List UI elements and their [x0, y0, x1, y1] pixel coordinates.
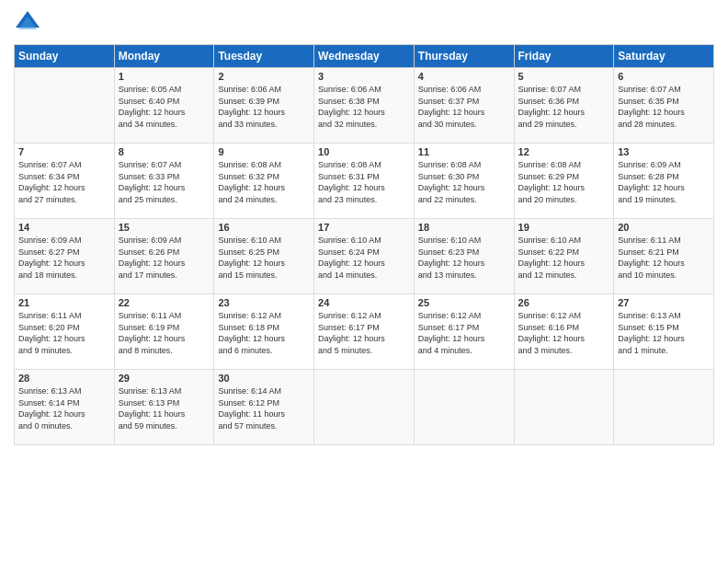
calendar-cell: 17Sunrise: 6:10 AM Sunset: 6:24 PM Dayli…: [314, 219, 415, 294]
day-info: Sunrise: 6:08 AM Sunset: 6:30 PM Dayligh…: [418, 159, 510, 205]
calendar-cell: 22Sunrise: 6:11 AM Sunset: 6:19 PM Dayli…: [114, 294, 214, 370]
day-number: 13: [618, 146, 710, 157]
day-number: 28: [18, 373, 110, 384]
calendar-header-cell: Sunday: [15, 45, 115, 68]
day-info: Sunrise: 6:10 AM Sunset: 6:22 PM Dayligh…: [518, 235, 610, 281]
day-info: Sunrise: 6:11 AM Sunset: 6:19 PM Dayligh…: [119, 310, 210, 356]
day-info: Sunrise: 6:12 AM Sunset: 6:18 PM Dayligh…: [218, 310, 310, 356]
day-info: Sunrise: 6:07 AM Sunset: 6:35 PM Dayligh…: [618, 84, 710, 130]
day-info: Sunrise: 6:06 AM Sunset: 6:38 PM Dayligh…: [318, 84, 410, 130]
day-number: 24: [318, 297, 410, 308]
day-info: Sunrise: 6:06 AM Sunset: 6:39 PM Dayligh…: [218, 84, 310, 130]
day-number: 19: [518, 222, 610, 233]
day-number: 23: [218, 297, 310, 308]
calendar-cell: 24Sunrise: 6:12 AM Sunset: 6:17 PM Dayli…: [314, 294, 415, 370]
calendar-cell: [614, 370, 714, 445]
page: SundayMondayTuesdayWednesdayThursdayFrid…: [0, 0, 728, 563]
day-number: 29: [119, 373, 210, 384]
day-info: Sunrise: 6:06 AM Sunset: 6:37 PM Dayligh…: [418, 84, 510, 130]
calendar-header-row: SundayMondayTuesdayWednesdayThursdayFrid…: [15, 45, 714, 68]
day-info: Sunrise: 6:13 AM Sunset: 6:13 PM Dayligh…: [119, 385, 210, 431]
day-number: 3: [318, 71, 410, 82]
day-number: 20: [618, 222, 710, 233]
calendar-header-cell: Saturday: [614, 45, 714, 68]
day-number: 11: [418, 146, 510, 157]
day-info: Sunrise: 6:12 AM Sunset: 6:16 PM Dayligh…: [518, 310, 610, 356]
calendar-cell: 12Sunrise: 6:08 AM Sunset: 6:29 PM Dayli…: [514, 144, 614, 219]
day-number: 16: [218, 222, 310, 233]
calendar-cell: 28Sunrise: 6:13 AM Sunset: 6:14 PM Dayli…: [15, 370, 115, 445]
day-number: 25: [418, 297, 510, 308]
day-number: 17: [318, 222, 410, 233]
day-info: Sunrise: 6:07 AM Sunset: 6:34 PM Dayligh…: [18, 159, 110, 205]
day-info: Sunrise: 6:12 AM Sunset: 6:17 PM Dayligh…: [318, 310, 410, 356]
day-info: Sunrise: 6:11 AM Sunset: 6:20 PM Dayligh…: [18, 310, 110, 356]
calendar-cell: [15, 68, 115, 144]
calendar-week-row: 28Sunrise: 6:13 AM Sunset: 6:14 PM Dayli…: [15, 370, 714, 445]
day-number: 7: [18, 146, 110, 157]
day-number: 6: [618, 71, 710, 82]
day-info: Sunrise: 6:05 AM Sunset: 6:40 PM Dayligh…: [119, 84, 210, 130]
day-number: 27: [618, 297, 710, 308]
day-info: Sunrise: 6:08 AM Sunset: 6:29 PM Dayligh…: [518, 159, 610, 205]
day-number: 12: [518, 146, 610, 157]
day-info: Sunrise: 6:11 AM Sunset: 6:21 PM Dayligh…: [618, 235, 710, 281]
day-info: Sunrise: 6:09 AM Sunset: 6:27 PM Dayligh…: [18, 235, 110, 281]
calendar-cell: 29Sunrise: 6:13 AM Sunset: 6:13 PM Dayli…: [114, 370, 214, 445]
calendar-cell: 7Sunrise: 6:07 AM Sunset: 6:34 PM Daylig…: [15, 144, 115, 219]
calendar-body: 1Sunrise: 6:05 AM Sunset: 6:40 PM Daylig…: [15, 68, 714, 445]
day-info: Sunrise: 6:08 AM Sunset: 6:32 PM Dayligh…: [218, 159, 310, 205]
day-info: Sunrise: 6:10 AM Sunset: 6:23 PM Dayligh…: [418, 235, 510, 281]
calendar-cell: 19Sunrise: 6:10 AM Sunset: 6:22 PM Dayli…: [514, 219, 614, 294]
calendar-week-row: 14Sunrise: 6:09 AM Sunset: 6:27 PM Dayli…: [15, 219, 714, 294]
calendar-cell: 8Sunrise: 6:07 AM Sunset: 6:33 PM Daylig…: [114, 144, 214, 219]
calendar-cell: 14Sunrise: 6:09 AM Sunset: 6:27 PM Dayli…: [15, 219, 115, 294]
day-number: 18: [418, 222, 510, 233]
day-number: 5: [518, 71, 610, 82]
calendar-cell: 1Sunrise: 6:05 AM Sunset: 6:40 PM Daylig…: [114, 68, 214, 144]
day-number: 30: [218, 373, 310, 384]
day-number: 4: [418, 71, 510, 82]
calendar-cell: [314, 370, 415, 445]
calendar-cell: [414, 370, 514, 445]
day-number: 15: [119, 222, 210, 233]
day-info: Sunrise: 6:12 AM Sunset: 6:17 PM Dayligh…: [418, 310, 510, 356]
calendar-cell: [514, 370, 614, 445]
day-info: Sunrise: 6:13 AM Sunset: 6:14 PM Dayligh…: [18, 385, 110, 431]
calendar-cell: 30Sunrise: 6:14 AM Sunset: 6:12 PM Dayli…: [214, 370, 314, 445]
calendar-cell: 18Sunrise: 6:10 AM Sunset: 6:23 PM Dayli…: [414, 219, 514, 294]
calendar-header-cell: Tuesday: [214, 45, 314, 68]
calendar-cell: 16Sunrise: 6:10 AM Sunset: 6:25 PM Dayli…: [214, 219, 314, 294]
day-number: 10: [318, 146, 410, 157]
calendar-cell: 9Sunrise: 6:08 AM Sunset: 6:32 PM Daylig…: [214, 144, 314, 219]
calendar-header-cell: Thursday: [414, 45, 514, 68]
day-number: 26: [518, 297, 610, 308]
calendar-cell: 25Sunrise: 6:12 AM Sunset: 6:17 PM Dayli…: [414, 294, 514, 370]
calendar-cell: 23Sunrise: 6:12 AM Sunset: 6:18 PM Dayli…: [214, 294, 314, 370]
day-info: Sunrise: 6:08 AM Sunset: 6:31 PM Dayligh…: [318, 159, 410, 205]
calendar-cell: 15Sunrise: 6:09 AM Sunset: 6:26 PM Dayli…: [114, 219, 214, 294]
day-info: Sunrise: 6:07 AM Sunset: 6:36 PM Dayligh…: [518, 84, 610, 130]
calendar-cell: 27Sunrise: 6:13 AM Sunset: 6:15 PM Dayli…: [614, 294, 714, 370]
day-info: Sunrise: 6:13 AM Sunset: 6:15 PM Dayligh…: [618, 310, 710, 356]
calendar-header-cell: Monday: [114, 45, 214, 68]
calendar-cell: 26Sunrise: 6:12 AM Sunset: 6:16 PM Dayli…: [514, 294, 614, 370]
calendar-header-cell: Wednesday: [314, 45, 415, 68]
day-info: Sunrise: 6:10 AM Sunset: 6:25 PM Dayligh…: [218, 235, 310, 281]
day-info: Sunrise: 6:10 AM Sunset: 6:24 PM Dayligh…: [318, 235, 410, 281]
calendar-cell: 13Sunrise: 6:09 AM Sunset: 6:28 PM Dayli…: [614, 144, 714, 219]
day-number: 9: [218, 146, 310, 157]
calendar-cell: 21Sunrise: 6:11 AM Sunset: 6:20 PM Dayli…: [15, 294, 115, 370]
calendar-cell: 5Sunrise: 6:07 AM Sunset: 6:36 PM Daylig…: [514, 68, 614, 144]
calendar-week-row: 7Sunrise: 6:07 AM Sunset: 6:34 PM Daylig…: [15, 144, 714, 219]
day-info: Sunrise: 6:14 AM Sunset: 6:12 PM Dayligh…: [218, 385, 310, 431]
day-number: 14: [18, 222, 110, 233]
calendar-cell: 6Sunrise: 6:07 AM Sunset: 6:35 PM Daylig…: [614, 68, 714, 144]
calendar-cell: 10Sunrise: 6:08 AM Sunset: 6:31 PM Dayli…: [314, 144, 415, 219]
header: [14, 9, 714, 37]
calendar-table: SundayMondayTuesdayWednesdayThursdayFrid…: [14, 44, 714, 445]
day-info: Sunrise: 6:09 AM Sunset: 6:28 PM Dayligh…: [618, 159, 710, 205]
day-number: 21: [18, 297, 110, 308]
calendar-cell: 3Sunrise: 6:06 AM Sunset: 6:38 PM Daylig…: [314, 68, 415, 144]
day-number: 1: [119, 71, 210, 82]
